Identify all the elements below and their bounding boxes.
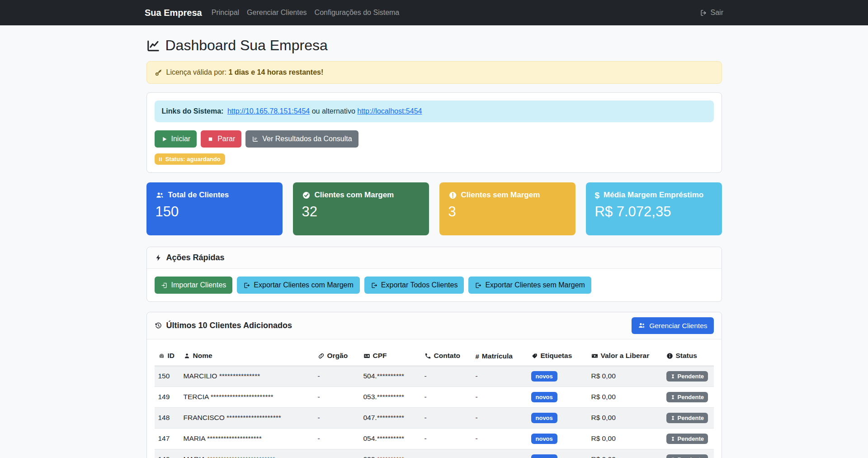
cell-cpf: 504.**********	[360, 366, 421, 386]
cell-orgao: -	[314, 449, 360, 458]
cell-status: Pendente	[663, 449, 714, 458]
cell-orgao: -	[314, 428, 360, 449]
link-icon	[318, 353, 325, 359]
cell-id: 146	[155, 449, 180, 458]
users-icon	[156, 191, 164, 200]
alt-url-link[interactable]: http://localhost:5454	[357, 107, 422, 115]
nav-item-gerenciar-clientes[interactable]: Gerenciar Clientes	[247, 9, 307, 17]
clock-history-icon	[155, 322, 162, 329]
status-pendente-badge: Pendente	[666, 434, 708, 444]
cell-status: Pendente	[663, 407, 714, 428]
phone-icon	[425, 353, 431, 359]
cell-etiquetas: novos	[528, 386, 588, 407]
start-button[interactable]: Iniciar	[155, 130, 197, 148]
system-links-box: Links do Sistema: http://10.165.78.151:5…	[155, 100, 714, 122]
status-pendente-badge: Pendente	[666, 454, 708, 458]
recent-clients-table: ID Nome Orgão CPF Contato	[155, 347, 714, 458]
table-row: 147 MARIA ******************** - 054.***…	[155, 428, 714, 449]
tag-icon	[531, 353, 538, 359]
table-header-row: ID Nome Orgão CPF Contato	[155, 347, 714, 366]
export-all-clients-button[interactable]: Exportar Todos Clientes	[364, 277, 464, 294]
fingerprint-icon	[158, 353, 165, 359]
quick-actions-card: Ações Rápidas Importar Clientes Exportar…	[146, 247, 722, 302]
column-header-nome: Nome	[180, 347, 314, 366]
stat-value: R$ 7.072,35	[595, 204, 713, 220]
cell-nome: TERCIA ***********************	[180, 386, 314, 407]
stat-card-total-clientes: Total de Clientes 150	[146, 182, 283, 235]
cell-status: Pendente	[663, 366, 714, 386]
brand[interactable]: Sua Empresa	[145, 8, 202, 18]
nav-item-principal[interactable]: Principal	[212, 9, 239, 17]
cell-matricula: -	[472, 449, 528, 458]
cell-cpf: 054.**********	[360, 428, 421, 449]
cell-contato: -	[421, 386, 472, 407]
page-title-text: Dashboard Sua Empresa	[165, 37, 328, 54]
logout-label: Sair	[711, 9, 723, 17]
cell-etiquetas: novos	[528, 407, 588, 428]
etiqueta-badge: novos	[531, 392, 557, 402]
cell-etiquetas: novos	[528, 428, 588, 449]
poll-bars-icon	[252, 136, 259, 143]
status-pendente-badge: Pendente	[666, 371, 708, 382]
cell-contato: -	[421, 449, 472, 458]
table-row: 148 FRANCISCO ******************** - 047…	[155, 407, 714, 428]
status-badge-text: Status: aguardando	[165, 156, 221, 162]
stop-button[interactable]: Parar	[201, 130, 241, 148]
column-header-cpf: CPF	[360, 347, 421, 366]
dollar-icon: $	[595, 191, 600, 200]
quick-actions-title: Ações Rápidas	[166, 253, 225, 262]
cell-contato: -	[421, 428, 472, 449]
cell-nome: MARIA ********************	[180, 428, 314, 449]
view-results-button[interactable]: Ver Resultados da Consulta	[245, 130, 358, 148]
chart-line-icon	[146, 39, 160, 52]
bolt-icon	[155, 254, 162, 262]
cell-valor: R$ 0,00	[588, 449, 663, 458]
recent-clients-title: Últimos 10 Clientes Adicionados	[166, 321, 292, 330]
cell-id: 149	[155, 386, 180, 407]
primary-url-link[interactable]: http://10.165.78.151:5454	[227, 107, 310, 115]
money-bill-icon	[591, 353, 598, 359]
table-row: 146 MARIA ************************* - 02…	[155, 449, 714, 458]
page-title: Dashboard Sua Empresa	[146, 37, 722, 54]
cell-id: 147	[155, 428, 180, 449]
import-clients-button[interactable]: Importar Clientes	[155, 277, 233, 294]
exclamation-circle-icon	[448, 191, 457, 200]
status-pendente-badge: Pendente	[666, 392, 708, 402]
stat-value: 150	[156, 204, 274, 220]
pause-icon: II	[159, 157, 163, 162]
etiqueta-badge: novos	[531, 454, 557, 458]
links-label: Links do Sistema:	[162, 107, 224, 115]
license-alert: Licença válida por: 1 dias e 14 horas re…	[146, 61, 722, 84]
cell-etiquetas: novos	[528, 366, 588, 386]
license-prefix: Licença válida por:	[166, 68, 226, 76]
nav-item-configuracoes[interactable]: Configurações do Sistema	[315, 9, 400, 17]
manage-clients-button[interactable]: Gerenciar Clientes	[632, 317, 713, 334]
cell-id: 150	[155, 366, 180, 386]
column-header-orgao: Orgão	[314, 347, 360, 366]
column-header-contato: Contato	[421, 347, 472, 366]
cell-contato: -	[421, 407, 472, 428]
stat-label-text: Total de Clientes	[168, 191, 229, 200]
play-icon	[161, 136, 168, 143]
export-clients-margin-label: Exportar Clientes com Margem	[254, 281, 354, 290]
column-header-valor: Valor a Liberar	[588, 347, 663, 366]
stat-label-text: Média Margem Empréstimo	[604, 191, 703, 200]
cell-cpf: 053.**********	[360, 386, 421, 407]
file-import-icon	[161, 282, 168, 289]
hourglass-icon	[670, 395, 675, 400]
users-gear-icon	[638, 322, 646, 329]
export-clients-no-margin-button[interactable]: Exportar Clientes sem Margem	[468, 277, 591, 294]
cell-nome: MARCILIO ***************	[180, 366, 314, 386]
cell-matricula: -	[472, 366, 528, 386]
id-card-icon	[363, 353, 370, 359]
license-remaining: 1 dias e 14 horas restantes!	[228, 68, 323, 76]
logout-link[interactable]: Sair	[700, 9, 723, 17]
key-icon	[155, 69, 162, 76]
column-header-status: Status	[663, 347, 714, 366]
export-clients-margin-button[interactable]: Exportar Clientes com Margem	[237, 277, 360, 294]
view-results-label: Ver Resultados da Consulta	[262, 134, 352, 143]
file-export-icon	[475, 282, 481, 289]
stat-card-clientes-sem-margem: Clientes sem Margem 3	[439, 182, 576, 235]
control-card: Links do Sistema: http://10.165.78.151:5…	[146, 92, 722, 173]
cell-matricula: -	[472, 386, 528, 407]
